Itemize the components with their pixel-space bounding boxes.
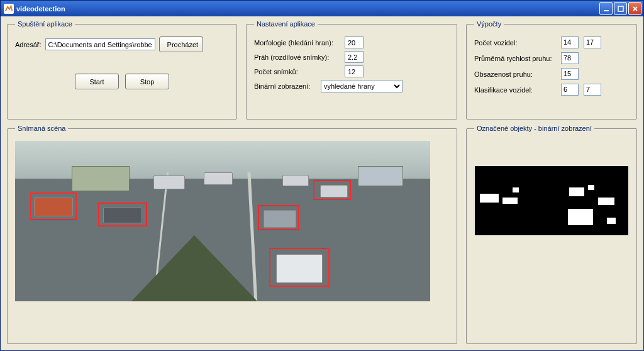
speed-val: 78 [561, 52, 579, 64]
scene-image [15, 141, 430, 301]
detection-box [313, 180, 351, 200]
frames-input[interactable] [345, 65, 364, 77]
settings-panel: Nastavení aplikace Morfologie (hledání h… [246, 20, 457, 120]
calc-legend: Výpočty [474, 20, 504, 28]
app-window: videodetection Spuštění aplikace Adresář… [0, 0, 644, 351]
svg-rect-1 [618, 6, 623, 11]
binary-image [475, 166, 628, 235]
speed-label: Průměrná rychlost pruhu: [474, 55, 556, 62]
dir-label: Adresář: [15, 41, 42, 48]
morph-input[interactable] [345, 36, 364, 48]
minimize-button[interactable] [599, 2, 613, 15]
detection-box [30, 192, 77, 220]
count-val-b: 17 [584, 36, 601, 48]
matlab-icon [4, 4, 14, 14]
maximize-button[interactable] [614, 2, 627, 15]
binary-legend: Označené objekty - binární zobrazení [474, 125, 594, 132]
bin-select[interactable]: vyhledané hrany [321, 80, 402, 92]
scene-panel: Snímaná scéna [7, 125, 457, 344]
window-title: videodetection [16, 5, 599, 13]
start-button[interactable]: Start [75, 74, 119, 89]
bin-label: Binární zobrazení: [254, 82, 317, 90]
calc-panel: Výpočty Počet vozidel: 14 17 Průměrná ry… [466, 20, 637, 120]
scene-legend: Snímaná scéna [15, 125, 68, 132]
stop-button[interactable]: Stop [125, 74, 169, 89]
morph-label: Morfologie (hledání hran): [254, 39, 341, 47]
detection-box [98, 203, 147, 226]
count-label: Počet vozidel: [474, 39, 556, 47]
close-button[interactable] [628, 2, 641, 15]
launch-panel: Spuštění aplikace Adresář: Procházet Sta… [7, 20, 237, 120]
detection-box [258, 205, 299, 230]
class-val-a: 6 [561, 84, 579, 96]
settings-legend: Nastavení aplikace [254, 20, 318, 28]
occ-val: 15 [561, 68, 579, 80]
count-val-a: 14 [561, 36, 579, 48]
launch-legend: Spuštění aplikace [15, 20, 75, 28]
binary-panel: Označené objekty - binární zobrazení [466, 125, 637, 344]
thresh-label: Práh (rozdílové snímky): [254, 53, 341, 61]
browse-button[interactable]: Procházet [159, 36, 203, 52]
class-label: Klasifikace vozidel: [474, 86, 556, 94]
frames-label: Počet snímků: [254, 68, 341, 75]
titlebar: videodetection [1, 1, 643, 16]
svg-rect-0 [604, 10, 609, 11]
occ-label: Obsazenost pruhu: [474, 70, 556, 78]
detection-box [269, 248, 330, 287]
dir-input[interactable] [45, 38, 155, 50]
thresh-input[interactable] [345, 51, 364, 63]
class-val-b: 7 [584, 84, 601, 96]
